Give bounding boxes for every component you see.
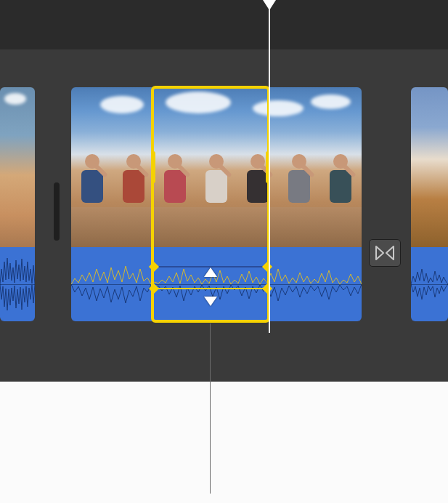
timeline-ruler[interactable]	[0, 0, 448, 49]
speed-control	[154, 247, 267, 320]
clip[interactable]	[411, 87, 448, 321]
clip-audio-waveform[interactable]	[411, 247, 448, 321]
clip-edge-marker	[54, 182, 60, 241]
speed-up-arrow-icon[interactable]	[204, 267, 217, 277]
clip-thumbnail	[411, 87, 448, 247]
speed-down-arrow-icon[interactable]	[204, 297, 217, 306]
clip-thumbnail	[71, 87, 362, 247]
callout-leader-line	[210, 323, 211, 494]
clip-thumbnail	[0, 87, 35, 247]
clip-audio-waveform[interactable]	[0, 247, 35, 321]
speed-control-lower-bar[interactable]	[154, 288, 267, 289]
transition-button[interactable]	[369, 239, 401, 267]
clip[interactable]	[0, 87, 35, 321]
video-track[interactable]	[0, 49, 448, 350]
timeline[interactable]	[0, 0, 448, 382]
cross-dissolve-icon	[375, 245, 395, 261]
playhead[interactable]	[269, 0, 270, 333]
